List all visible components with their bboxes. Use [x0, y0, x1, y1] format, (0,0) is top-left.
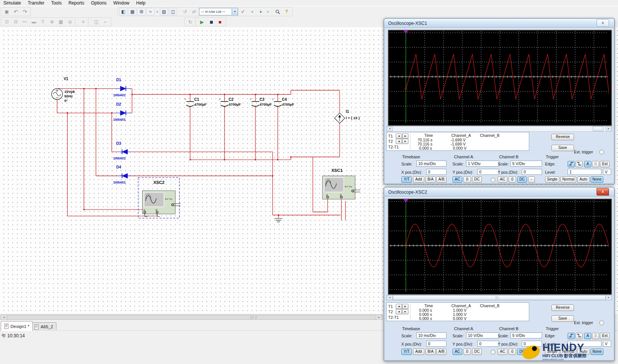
back-annotate-icon[interactable]: ↺ — [181, 8, 189, 15]
menu-simulate[interactable]: Simulate — [0, 0, 24, 6]
timebase-xpos-field[interactable]: 0 — [426, 341, 446, 347]
canvas-hscrollbar[interactable]: ◂ ▸ — [0, 314, 383, 320]
find-icon[interactable] — [273, 8, 282, 15]
trigger-normal-button[interactable]: Normal — [560, 176, 576, 183]
export-icon[interactable]: ► — [257, 8, 265, 15]
component-icon-8[interactable]: ≡ — [79, 18, 87, 26]
wires[interactable] — [57, 89, 346, 221]
yt-mode-button[interactable]: Y/T — [401, 176, 412, 183]
xsc2-scroll-thumb[interactable]: ||| — [393, 295, 606, 300]
component-xsc1[interactable]: XSC1 Ext Trg A B — [322, 168, 360, 199]
xsc2-screen-scrollbar[interactable]: ◂ ||| ▸ — [386, 295, 612, 300]
t1-right-icon[interactable]: ► — [402, 304, 408, 309]
xsc2-close-button[interactable]: x — [597, 188, 609, 196]
trigger-level-unit[interactable]: V — [603, 169, 611, 175]
undo-icon[interactable]: ↶ — [12, 8, 20, 15]
oscilloscope-xsc2-window[interactable]: Oscilloscope-XSC2 x ◂ ||| ▸ T1 ◄ ► T2 ◄ … — [384, 187, 615, 361]
chb-ac-button[interactable]: AC — [498, 176, 507, 183]
t2-right-icon[interactable]: ► — [402, 309, 408, 314]
component-icon-1[interactable]: ⊡ — [3, 18, 11, 26]
misc-component-icon[interactable]: MISC — [21, 18, 29, 26]
cha-zero-button[interactable]: 0 — [463, 349, 471, 355]
menu-window[interactable]: Window — [110, 0, 133, 6]
forward-annotate-icon[interactable]: ⇄ — [190, 8, 198, 15]
trigger-ext-button[interactable]: Ext — [600, 161, 610, 167]
xsc2-save-button[interactable]: Save — [551, 315, 574, 322]
component-c4[interactable]: + C4 4700µF — [272, 97, 294, 107]
grapher-dropdown-icon[interactable]: ▾ — [155, 8, 159, 15]
cha-radio[interactable] — [490, 177, 495, 182]
component-xsc2[interactable]: XSC2 Ext Trg A B — [138, 177, 180, 218]
component-i1[interactable]: I1 I = { 10 } — [334, 109, 360, 123]
stop-simulation-icon[interactable]: ■ — [216, 18, 224, 26]
export-dropdown-icon[interactable]: ▾ — [266, 8, 270, 15]
tab-a65-2[interactable]: A65_2 — [31, 322, 56, 331]
cha-radio[interactable] — [490, 350, 495, 355]
edge-falling-icon[interactable] — [575, 161, 583, 167]
xsc1-reverse-button[interactable]: Reverse — [551, 134, 574, 140]
component-icon-6[interactable]: ▩ — [57, 18, 65, 26]
xsc1-save-button[interactable]: Save — [551, 145, 574, 151]
component-d2[interactable]: D2 1N5401 — [113, 102, 131, 121]
ground-symbol[interactable] — [274, 218, 282, 222]
trigger-a-button[interactable]: A — [584, 333, 591, 339]
trigger-none-button[interactable]: None — [591, 176, 603, 183]
component-icon-2[interactable]: ⊟ — [12, 18, 20, 26]
prev-icon[interactable]: ◄ — [248, 8, 256, 15]
add-mode-button[interactable]: Add — [413, 349, 424, 355]
cha-scale-field[interactable]: 10 V/Div — [466, 332, 499, 338]
pause-simulation-icon[interactable]: ▮▮ — [207, 18, 215, 26]
component-icon-7[interactable]: ◎ — [66, 18, 74, 26]
chb-zero-button[interactable]: 0 — [509, 349, 516, 355]
grapher-icon[interactable]: ≈ — [146, 8, 155, 15]
trigger-level-field[interactable]: 1 — [568, 169, 601, 175]
chb-minus-button[interactable]: - — [528, 176, 535, 183]
trigger-b-button[interactable]: B — [592, 161, 599, 167]
scroll-left-icon[interactable]: ◂ — [1, 315, 7, 320]
component-c2[interactable]: + C2 4700µF — [219, 97, 241, 107]
menu-options[interactable]: Options — [88, 0, 110, 6]
scroll-left-icon[interactable]: ◂ — [387, 295, 393, 300]
component-icon-10[interactable]: ⌐ — [101, 18, 109, 26]
spreadsheet-view-icon[interactable]: ▦ — [128, 8, 137, 15]
xsc1-titlebar[interactable]: Oscilloscope-XSC1 — [384, 19, 614, 28]
trigger-level-unit[interactable]: V — [603, 341, 611, 347]
trigger-ext-button[interactable]: Ext — [600, 333, 610, 339]
cha-ypos-field[interactable]: 0 — [477, 169, 499, 175]
t2-left-icon[interactable]: ◄ — [396, 309, 402, 314]
menu-help[interactable]: Help — [133, 0, 149, 6]
t2-left-icon[interactable]: ◄ — [396, 139, 402, 144]
chb-zero-button[interactable]: 0 — [509, 176, 516, 183]
t1-right-icon[interactable]: ► — [402, 133, 408, 139]
component-d1[interactable]: D1 1N5401 — [113, 78, 131, 97]
component-icon-5[interactable]: ⊕ — [48, 18, 56, 26]
chb-scale-field[interactable]: 5 V/Div — [510, 332, 542, 338]
oscilloscope-xsc1-window[interactable]: Oscilloscope-XSC1 x ◂ ▸ T1 ◄ ► T2 ◄ ► T2… — [384, 18, 615, 184]
cha-zero-button[interactable]: 0 — [463, 176, 471, 183]
t1-left-icon[interactable]: ◄ — [396, 133, 402, 139]
chb-ypos-field[interactable]: 0 — [522, 169, 542, 175]
scroll-right-icon[interactable]: ▸ — [376, 315, 382, 320]
xsc1-scroll-thumb[interactable] — [593, 126, 603, 131]
edge-rising-icon[interactable] — [568, 333, 575, 339]
edge-falling-icon[interactable] — [575, 333, 583, 339]
trigger-a-button[interactable]: A — [584, 161, 591, 167]
run-simulation-icon[interactable]: ▶ — [198, 18, 206, 26]
t1-left-icon[interactable]: ◄ — [396, 304, 402, 309]
component-icon-4[interactable]: Y — [39, 18, 47, 26]
cha-scale-field[interactable]: 1 V/Div — [466, 161, 499, 167]
menu-reports[interactable]: Reports — [65, 0, 88, 6]
xsc2-reverse-button[interactable]: Reverse — [551, 305, 574, 311]
erc-check-icon[interactable]: ✓ — [239, 8, 247, 15]
trigger-b-button[interactable]: B — [592, 333, 599, 339]
trigger-auto-button[interactable]: Auto — [577, 176, 589, 183]
scroll-right-icon[interactable]: ▸ — [606, 295, 612, 300]
redo-icon[interactable]: ↷ — [21, 8, 29, 15]
help-icon[interactable]: ? — [282, 8, 291, 15]
scroll-right-icon[interactable]: ▸ — [606, 126, 612, 131]
timebase-scale-field[interactable]: 10 ms/Div — [416, 332, 446, 338]
xsc2-ext-trigger-radio[interactable] — [599, 320, 604, 325]
t2-right-icon[interactable]: ► — [402, 139, 408, 144]
menu-transfer[interactable]: Transfer — [24, 0, 48, 6]
breadboard-icon[interactable]: ▨ — [160, 8, 168, 15]
